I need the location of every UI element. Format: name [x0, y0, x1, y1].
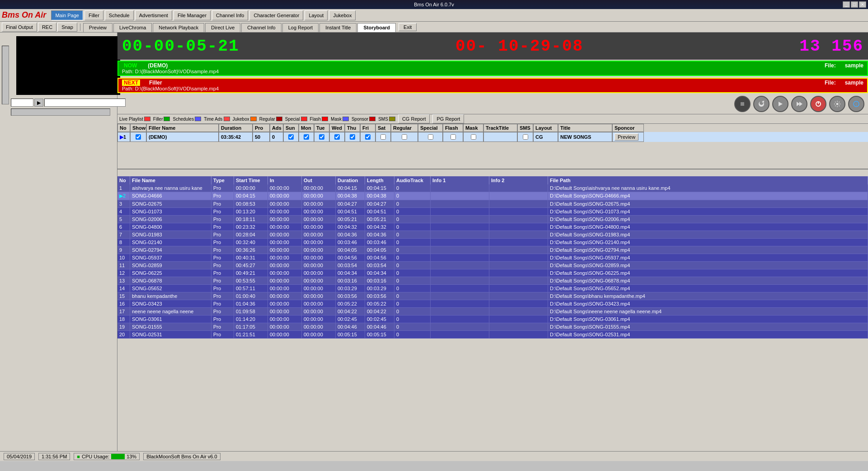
vertical-slider[interactable] [2, 46, 9, 104]
plcol-info2: Info 2 [489, 176, 548, 184]
now-path: D:\{BlackMoonSoft}\VOD\sample.mp4 [135, 69, 219, 74]
now-file-name: sample [845, 62, 863, 69]
exit-button[interactable]: Exit [399, 23, 417, 31]
playlist-row[interactable]: 17neene neene nagella neenePro01:09:5800… [117, 308, 868, 316]
playlist-row[interactable]: 13SONG-06878Pro00:53:5500:00:0000:00:000… [117, 277, 868, 285]
legend-live-playlist: Live Playlist [119, 117, 150, 122]
final-output-button[interactable]: Final Output [2, 23, 37, 32]
menu-filler[interactable]: Filler [84, 10, 103, 20]
regular-checkbox[interactable] [402, 134, 407, 140]
legend-filler-dot [164, 117, 170, 121]
filler-col-tue: Tue [314, 124, 329, 132]
filler-col-mask: Mask [463, 124, 483, 132]
legend-pg-report: PG Report [432, 114, 464, 123]
tab-network-playback[interactable]: Network Playback [153, 23, 204, 32]
menu-main-page[interactable]: Main Page [51, 10, 83, 20]
plcol-in: In [268, 176, 302, 184]
playlist-row[interactable]: 11SONG-02859Pro00:45:2700:00:0000:00:000… [117, 262, 868, 269]
power-button[interactable] [810, 96, 826, 112]
filler-row[interactable]: ▶1 (DEMO) 03:35:42 50 0 [117, 132, 868, 142]
thu-checkbox[interactable] [350, 134, 355, 140]
playlist-row[interactable]: 10SONG-05937Pro00:40:3100:00:0000:00:000… [117, 254, 868, 262]
filler-cell-title: NEW SONGS [558, 132, 612, 142]
menu-file-manager[interactable]: File Manager [174, 10, 211, 20]
filler-cell-sponsor: Preview [612, 132, 644, 142]
maximize-button[interactable]: □ [851, 1, 858, 8]
menu-advertisment[interactable]: Advertisment [135, 10, 172, 20]
settings-button[interactable] [829, 96, 845, 112]
preview-button[interactable]: Preview [615, 133, 638, 141]
snap-button[interactable]: Snap [57, 23, 77, 32]
tab-instant-title[interactable]: Instant Title [319, 23, 357, 32]
sun-checkbox[interactable] [288, 134, 294, 140]
playlist-row[interactable]: 14SONG-05652Pro00:57:1100:00:0000:00:000… [117, 285, 868, 292]
preview-area: ▶ [0, 33, 117, 118]
timecode-input-1[interactable] [11, 99, 33, 107]
now-path-row: Path: D:\{BlackMoonSoft}\VOD\sample.mp4 [122, 69, 863, 74]
tab-preview[interactable]: Preview [83, 23, 113, 32]
pg-report-button[interactable]: PG Report [432, 114, 464, 123]
playlist-row[interactable]: 9SONG-02794Pro00:36:2600:00:0000:00:0000… [117, 246, 868, 254]
mask-checkbox[interactable] [471, 134, 476, 140]
tab-storyboard[interactable]: Storyboard [357, 23, 396, 32]
playlist-row[interactable]: 4SONG-01073Pro00:13:2000:00:0000:00:0000… [117, 208, 868, 216]
menu-jukebox[interactable]: Jukebox [329, 10, 356, 20]
next-path-row: Path: D:\{BlackMoonSoft}\VOD\sample.mp4 [122, 86, 863, 91]
playlist-row[interactable]: 19SONG-01555Pro01:17:0500:00:0000:00:000… [117, 323, 868, 331]
playlist-row[interactable]: 8SONG-02140Pro00:32:4000:00:0000:00:0000… [117, 239, 868, 246]
fri-checkbox[interactable] [365, 134, 371, 140]
status-cpu: ■ CPU Usage: 13% [74, 453, 140, 460]
playlist-row[interactable]: 18SONG-03061Pro01:14:2000:00:0000:00:000… [117, 316, 868, 323]
refresh-button[interactable] [753, 96, 769, 112]
horizontal-slider[interactable] [11, 108, 110, 116]
filler-show-checkbox[interactable] [136, 134, 141, 140]
mon-checkbox[interactable] [304, 134, 309, 140]
tab-log-report[interactable]: Log Report [282, 23, 319, 32]
play-button[interactable] [772, 96, 788, 112]
toolbar-separator [80, 24, 80, 31]
stop-button[interactable] [734, 96, 751, 112]
special-checkbox[interactable] [428, 134, 433, 140]
timecode-button[interactable]: ▶ [34, 99, 43, 107]
playlist-row[interactable]: ▶2SONG-04666Pro00:04:1500:00:0000:00:000… [117, 192, 868, 200]
info-button[interactable]: i [848, 96, 864, 112]
timecode-input-2[interactable] [44, 99, 126, 107]
legend-regular-label: Regular [259, 117, 275, 122]
playlist-row[interactable]: 1aishvarya nee nanna usiru kanePro00:00:… [117, 184, 868, 192]
playlist-row[interactable]: 12SONG-06225Pro00:49:2100:00:0000:00:000… [117, 269, 868, 277]
playlist-area: No File Name Type Start Time In Out Dura… [117, 176, 868, 451]
flash-checkbox[interactable] [450, 134, 456, 140]
playlist-row[interactable]: 15bhanu kempadanthePro01:00:4000:00:0000… [117, 292, 868, 300]
next-file-name: sample [845, 80, 863, 86]
menu-schedule[interactable]: Schedule [105, 10, 134, 20]
tab-live-chroma[interactable]: LiveChroma [113, 23, 152, 32]
plcol-no: No [117, 176, 130, 184]
menu-character-generator[interactable]: Character Generator [249, 10, 303, 20]
legend-regular-dot [276, 117, 282, 121]
playlist-row[interactable]: 6SONG-04800Pro00:23:3200:00:0000:00:0000… [117, 223, 868, 231]
close-button[interactable]: ✕ [859, 1, 866, 8]
wed-checkbox[interactable] [334, 134, 340, 140]
menu-layout[interactable]: Layout [305, 10, 328, 20]
filler-cell-tracktitle [483, 132, 517, 142]
next-path: D:\{BlackMoonSoft}\VOD\sample.mp4 [135, 86, 219, 91]
sms-checkbox[interactable] [523, 134, 528, 140]
playlist-row[interactable]: 5SONG-02006Pro00:18:1100:00:0000:00:0000… [117, 216, 868, 223]
playlist-row[interactable]: 20SONG-02531Pro01:21:5100:00:0000:00:000… [117, 331, 868, 339]
legend-flash-dot [322, 117, 328, 121]
tue-checkbox[interactable] [319, 134, 324, 140]
cg-report-button[interactable]: CG Report [398, 114, 430, 123]
rec-button[interactable]: REC [38, 23, 56, 32]
tab-channel-info[interactable]: Channel Info [241, 23, 281, 32]
minimize-button[interactable]: _ [843, 1, 850, 8]
plcol-starttime: Start Time [234, 176, 268, 184]
horizontal-scrollbar[interactable] [117, 169, 868, 176]
vertical-scroll-area [2, 46, 9, 104]
playlist-row[interactable]: 3SONG-02675Pro00:08:5300:00:0000:00:0000… [117, 200, 868, 208]
forward-button[interactable] [791, 96, 807, 112]
playlist-row[interactable]: 16SONG-03423Pro01:04:3600:00:0000:00:000… [117, 300, 868, 308]
menu-channel-info[interactable]: Channel Info [212, 10, 248, 20]
sat-checkbox[interactable] [380, 134, 386, 140]
tab-direct-live[interactable]: Direct Live [205, 23, 240, 32]
playlist-row[interactable]: 7SONG-01983Pro00:28:0400:00:0000:00:0000… [117, 231, 868, 239]
